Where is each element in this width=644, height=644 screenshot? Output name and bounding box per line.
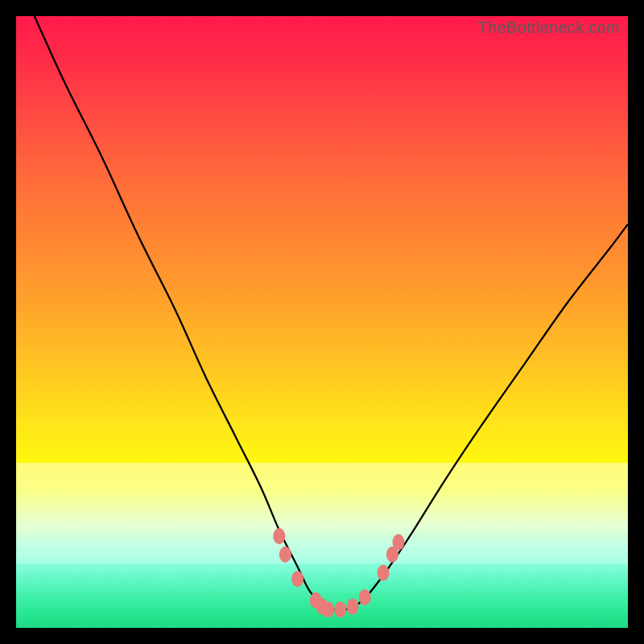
plot-area: TheBottleneck.com [16,16,628,628]
watermark-text: TheBottleneck.com [478,19,620,37]
marker-point [393,535,405,551]
marker-point [322,601,334,617]
highlight-markers [273,528,404,617]
marker-point [291,571,303,587]
marker-point [359,589,371,605]
marker-point [378,565,390,581]
bottleneck-curve [35,16,628,610]
marker-point [334,601,346,617]
marker-point [347,598,359,614]
marker-point [273,528,285,544]
chart-frame: TheBottleneck.com [0,0,644,644]
bottleneck-curve-svg [16,16,628,628]
marker-point [279,547,291,563]
